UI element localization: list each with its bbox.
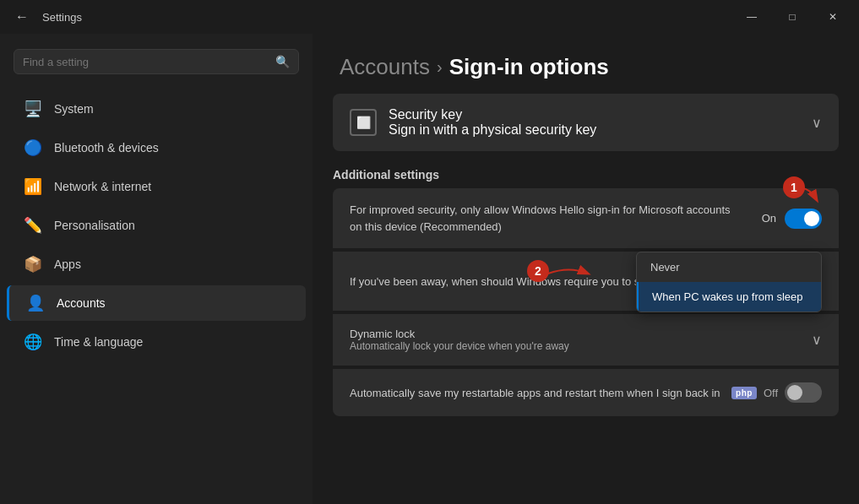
accounts-icon: 👤 <box>26 294 45 312</box>
sidebar-item-system[interactable]: 🖥️ System <box>7 91 306 127</box>
bluetooth-icon: 🔵 <box>24 138 42 157</box>
sidebar-item-time[interactable]: 🌐 Time & language <box>7 324 306 360</box>
sidebar-item-personalisation[interactable]: ✏️ Personalisation <box>7 208 306 243</box>
auto-save-row: Automatically save my restartable apps a… <box>333 369 839 416</box>
hello-toggle-row: For improved security, only allow Window… <box>333 188 839 248</box>
sidebar-label-system: System <box>54 102 94 116</box>
php-badge: php <box>731 387 757 399</box>
sidebar-label-personalisation: Personalisation <box>54 219 135 232</box>
sidebar-label-apps: Apps <box>54 257 81 271</box>
app-title: Settings <box>42 11 82 24</box>
sidebar-item-bluetooth[interactable]: 🔵 Bluetooth & devices <box>7 130 306 165</box>
content-area: Accounts › Sign-in options ⬜ Security ke… <box>313 34 859 504</box>
minimize-button[interactable]: — <box>732 3 771 30</box>
dynamic-lock-left: Dynamic lock Automatically lock your dev… <box>350 328 569 352</box>
breadcrumb-chevron: › <box>437 57 443 77</box>
back-button[interactable]: ← <box>10 5 34 29</box>
close-button[interactable]: ✕ <box>813 3 852 30</box>
sidebar-label-network: Network & internet <box>54 180 151 193</box>
chevron-down-icon: ∨ <box>812 115 822 131</box>
dropdown-popup[interactable]: Never When PC wakes up from sleep <box>636 252 822 312</box>
sidebar-item-accounts[interactable]: 👤 Accounts <box>7 285 306 321</box>
sidebar-item-apps[interactable]: 📦 Apps <box>7 247 306 282</box>
dropdown-option-sleep[interactable]: When PC wakes up from sleep <box>637 282 821 312</box>
away-dropdown-row: If you've been away, when should Windows… <box>333 252 839 311</box>
search-icon: 🔍 <box>275 55 290 68</box>
title-bar: ← Settings — □ ✕ <box>0 0 859 34</box>
auto-save-state-label: Off <box>764 387 778 399</box>
personalisation-icon: ✏️ <box>24 216 42 235</box>
sidebar-item-network[interactable]: 📶 Network & internet <box>7 169 306 204</box>
hello-toggle-switch[interactable] <box>785 209 822 229</box>
security-key-subtitle: Sign in with a physical security key <box>389 122 596 138</box>
auto-save-right: php Off <box>731 382 822 403</box>
window-controls: — □ ✕ <box>732 3 852 30</box>
page-header: Accounts › Sign-in options <box>313 34 859 94</box>
time-icon: 🌐 <box>24 333 42 351</box>
auto-save-toggle[interactable] <box>785 382 822 403</box>
security-key-row[interactable]: ⬜ Security key Sign in with a physical s… <box>333 94 839 151</box>
sidebar-label-bluetooth: Bluetooth & devices <box>54 141 159 154</box>
breadcrumb-parent: Accounts <box>340 54 430 80</box>
security-key-text: Security key Sign in with a physical sec… <box>389 107 596 138</box>
annotation-1: 1 <box>783 176 805 198</box>
toggle-on-label: On <box>762 212 776 225</box>
dynamic-lock-row[interactable]: Dynamic lock Automatically lock your dev… <box>333 314 839 366</box>
dynamic-lock-subtitle: Automatically lock your device when you'… <box>350 340 569 352</box>
auto-save-label: Automatically save my restartable apps a… <box>350 387 720 399</box>
apps-icon: 📦 <box>24 255 42 274</box>
sidebar-label-accounts: Accounts <box>57 296 106 310</box>
security-key-left: ⬜ Security key Sign in with a physical s… <box>350 107 596 138</box>
key-icon: ⬜ <box>350 109 377 136</box>
security-key-title: Security key <box>389 107 596 122</box>
page-title: Sign-in options <box>449 54 609 80</box>
sidebar: 🔍 🖥️ System 🔵 Bluetooth & devices 📶 Netw… <box>0 34 313 504</box>
sidebar-label-time: Time & language <box>54 335 143 349</box>
maximize-button[interactable]: □ <box>773 3 812 30</box>
main-layout: 🔍 🖥️ System 🔵 Bluetooth & devices 📶 Netw… <box>0 34 859 504</box>
dynamic-lock-title: Dynamic lock <box>350 328 569 340</box>
dynamic-lock-chevron-icon: ∨ <box>812 332 822 348</box>
additional-settings-label: Additional settings <box>313 161 859 188</box>
hello-toggle-label: For improved security, only allow Window… <box>350 202 738 235</box>
system-icon: 🖥️ <box>24 100 42 118</box>
hello-toggle-right: On <box>762 209 822 229</box>
search-box[interactable]: 🔍 <box>14 49 299 74</box>
dropdown-option-never[interactable]: Never <box>637 252 821 282</box>
title-bar-left: ← Settings <box>10 5 82 29</box>
search-input[interactable] <box>23 56 269 68</box>
annotation-2: 2 <box>527 260 549 282</box>
network-icon: 📶 <box>24 177 42 196</box>
